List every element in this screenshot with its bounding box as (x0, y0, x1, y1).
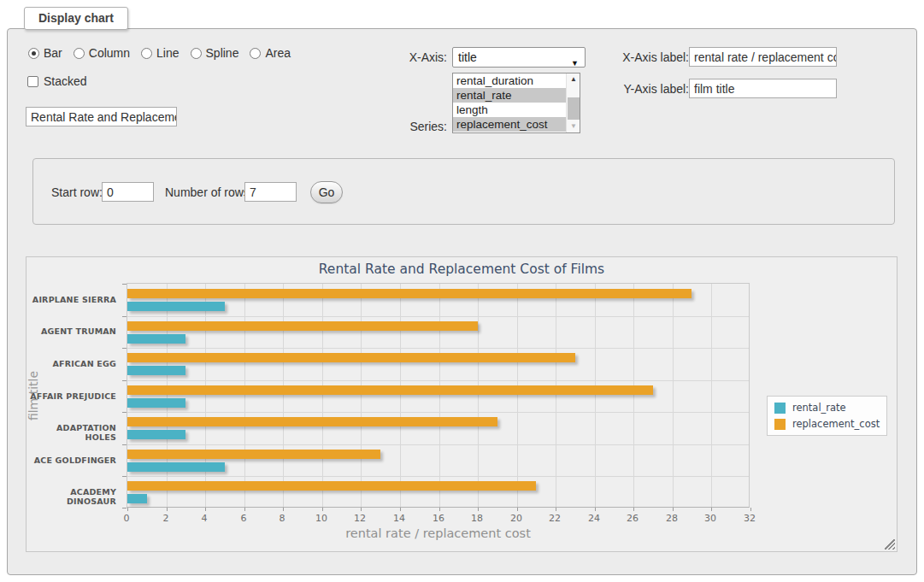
gridline-horizontal (127, 348, 749, 349)
category-label: AFRICAN EGG (26, 359, 116, 368)
stacked-checkbox[interactable] (27, 76, 38, 87)
scroll-down-icon[interactable]: ▼ (567, 121, 580, 132)
series-listbox[interactable]: rental_durationrental_ratelengthreplacem… (452, 73, 580, 133)
y-axis-label-label: Y-Axis label: (612, 82, 689, 96)
chart-type-radio-bar[interactable]: Bar (28, 46, 62, 60)
legend-swatch-replacement_cost (774, 419, 786, 430)
chart-title-input[interactable]: Rental Rate and Replacement Cost of Film… (26, 107, 177, 126)
gridline-vertical (322, 284, 323, 507)
category-label: AFFAIR PREJUDICE (26, 391, 116, 401)
x-tick-mark (595, 508, 596, 511)
radio-icon[interactable] (74, 48, 85, 59)
x-axis-select[interactable]: title ▼ (452, 47, 586, 68)
display-chart-panel: Display chart BarColumnLineSplineArea St… (7, 28, 917, 575)
x-axis-select-value: title (458, 50, 477, 64)
x-tick-mark (750, 508, 751, 511)
x-axis-select-label: X-Axis: (375, 50, 447, 64)
gridline-vertical (633, 284, 634, 507)
gridline-vertical (439, 284, 440, 507)
bar-replacement_cost (127, 321, 478, 331)
y-tick-mark (122, 316, 127, 317)
x-tick-label: 10 (315, 513, 327, 524)
stacked-checkbox-row[interactable]: Stacked (27, 74, 87, 88)
gridline-vertical (711, 284, 712, 507)
gridline-vertical (205, 284, 206, 507)
chevron-down-icon: ▼ (571, 54, 579, 73)
category-label: ACADEMY DINOSAUR (26, 487, 116, 506)
legend-item: replacement_cost (774, 418, 880, 430)
gridline-vertical (400, 284, 401, 507)
y-axis-category-labels: AIRPLANE SIERRAAGENT TRUMANAFRICAN EGGAF… (26, 283, 121, 508)
chart-type-radio-spline[interactable]: Spline (191, 46, 239, 60)
chart-type-radio-area[interactable]: Area (250, 46, 291, 60)
x-tick-mark (673, 508, 674, 511)
gridline-vertical (478, 284, 479, 507)
radio-icon[interactable] (191, 48, 202, 59)
series-option[interactable]: rental_duration (453, 73, 566, 88)
listbox-scrollbar[interactable]: ▲ ▼ (566, 73, 580, 132)
x-tick-label: 18 (471, 513, 483, 524)
resize-grip-icon[interactable] (885, 539, 895, 550)
num-rows-input[interactable]: 7 (244, 182, 297, 202)
scroll-up-icon[interactable]: ▲ (567, 73, 580, 85)
x-tick-mark (244, 508, 245, 511)
x-axis-label-input[interactable]: rental rate / replacement cost (689, 47, 837, 67)
gridline-vertical (556, 284, 556, 507)
gridline-horizontal (127, 380, 749, 381)
x-tick-mark (711, 508, 712, 511)
category-label: AIRPLANE SIERRA (26, 295, 116, 304)
y-tick-mark (122, 508, 127, 509)
bar-replacement_cost (127, 289, 692, 298)
gridline-horizontal (127, 412, 749, 413)
gridline-horizontal (127, 476, 749, 477)
series-option[interactable]: replacement_cost (453, 117, 566, 132)
radio-icon[interactable] (250, 48, 261, 59)
y-tick-mark (122, 444, 127, 445)
y-axis-label-input[interactable]: film title (689, 79, 837, 98)
x-tick-mark (322, 508, 323, 511)
gridline-vertical (517, 284, 518, 507)
x-tick-label: 16 (433, 513, 444, 524)
gridline-horizontal (127, 316, 749, 317)
y-tick-mark (122, 348, 127, 349)
chart-type-label: Line (156, 46, 179, 60)
radio-icon[interactable] (28, 48, 39, 59)
bar-replacement_cost (127, 450, 380, 459)
x-tick-mark (205, 508, 206, 511)
chart-title: Rental Rate and Replacement Cost of Film… (26, 262, 897, 277)
stacked-label: Stacked (44, 74, 87, 88)
bar-replacement_cost (127, 385, 653, 395)
go-button[interactable]: Go (310, 181, 343, 203)
x-tick-label: 2 (163, 513, 169, 524)
x-tick-mark (517, 508, 518, 511)
series-option[interactable]: rental_rate (453, 88, 566, 103)
x-tick-label: 22 (549, 513, 561, 524)
bar-replacement_cost (127, 481, 536, 491)
chart-type-radio-line[interactable]: Line (141, 46, 179, 60)
category-label: AGENT TRUMAN (26, 326, 116, 336)
chart-type-radio-column[interactable]: Column (74, 46, 130, 60)
legend-label: rental_rate (792, 402, 846, 414)
x-tick-label: 14 (393, 513, 405, 524)
x-tick-mark (127, 508, 128, 511)
legend-swatch-rental_rate (774, 403, 786, 414)
bar-replacement_cost (127, 417, 497, 426)
y-tick-mark (122, 476, 127, 477)
start-row-input[interactable]: 0 (102, 182, 154, 202)
legend-label: replacement_cost (792, 418, 880, 430)
chart-type-label: Bar (44, 46, 62, 60)
x-tick-mark (556, 508, 556, 511)
gridline-vertical (244, 284, 245, 507)
row-range-section: Start row: 0 Number of rows: 7 Go (32, 158, 895, 225)
scrollbar-thumb[interactable] (568, 97, 580, 120)
gridline-vertical (673, 284, 674, 507)
y-tick-mark (122, 380, 127, 381)
bar-replacement_cost (127, 353, 575, 362)
radio-icon[interactable] (141, 48, 152, 59)
category-label: ACE GOLDFINGER (26, 456, 116, 465)
series-option[interactable]: length (453, 103, 566, 117)
x-tick-label: 24 (588, 513, 600, 524)
chart-legend: rental_ratereplacement_cost (767, 396, 887, 436)
x-tick-label: 0 (124, 513, 130, 524)
x-tick-label: 8 (280, 513, 285, 524)
